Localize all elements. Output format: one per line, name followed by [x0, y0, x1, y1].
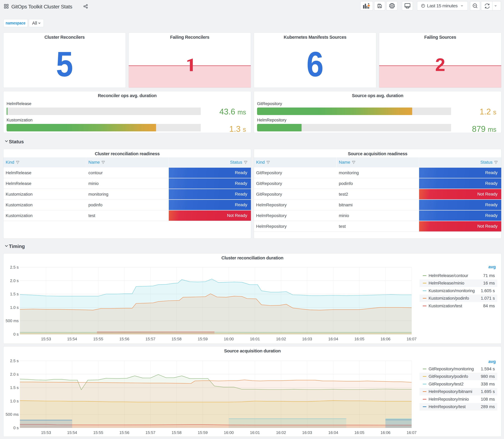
svg-text:16:06: 16:06	[381, 430, 391, 435]
svg-text:16:07: 16:07	[406, 337, 417, 341]
svg-text:1.0 s: 1.0 s	[10, 399, 19, 403]
svg-text:0 s: 0 s	[13, 332, 19, 337]
svg-text:2.0 s: 2.0 s	[10, 372, 19, 377]
svg-text:16:01: 16:01	[250, 337, 260, 341]
svg-text:16:07: 16:07	[406, 430, 417, 435]
svg-text:15:59: 15:59	[198, 337, 208, 341]
svg-text:16:03: 16:03	[302, 337, 312, 341]
svg-text:1.5 s: 1.5 s	[10, 292, 19, 296]
svg-text:0 s: 0 s	[13, 426, 19, 430]
svg-text:15:54: 15:54	[67, 430, 77, 435]
svg-text:15:54: 15:54	[67, 337, 77, 341]
svg-text:16:05: 16:05	[354, 430, 364, 435]
svg-text:15:56: 15:56	[119, 337, 129, 341]
svg-text:2.0 s: 2.0 s	[10, 278, 19, 283]
svg-text:2.5 s: 2.5 s	[10, 359, 19, 363]
svg-text:15:55: 15:55	[93, 337, 103, 341]
svg-text:500 ms: 500 ms	[6, 412, 19, 417]
svg-text:16:00: 16:00	[224, 337, 234, 341]
svg-text:15:58: 15:58	[172, 430, 182, 435]
svg-text:2.5 s: 2.5 s	[10, 265, 19, 269]
svg-text:15:56: 15:56	[119, 430, 129, 435]
svg-text:16:04: 16:04	[328, 337, 338, 341]
svg-text:16:05: 16:05	[354, 337, 364, 341]
svg-text:16:00: 16:00	[224, 430, 234, 435]
svg-text:16:06: 16:06	[381, 337, 391, 341]
svg-text:15:59: 15:59	[198, 430, 208, 435]
svg-text:15:55: 15:55	[93, 430, 103, 435]
svg-text:1.0 s: 1.0 s	[10, 305, 19, 310]
svg-text:16:04: 16:04	[328, 430, 338, 435]
svg-text:16:02: 16:02	[276, 430, 286, 435]
svg-text:1.5 s: 1.5 s	[10, 385, 19, 390]
svg-text:16:02: 16:02	[276, 337, 286, 341]
svg-text:15:57: 15:57	[146, 337, 155, 341]
svg-text:15:57: 15:57	[146, 430, 155, 435]
svg-text:15:58: 15:58	[172, 337, 182, 341]
svg-text:15:53: 15:53	[41, 337, 51, 341]
svg-text:15:53: 15:53	[41, 430, 51, 435]
svg-text:16:03: 16:03	[302, 430, 312, 435]
svg-text:16:01: 16:01	[250, 430, 260, 435]
svg-text:500 ms: 500 ms	[6, 318, 19, 323]
